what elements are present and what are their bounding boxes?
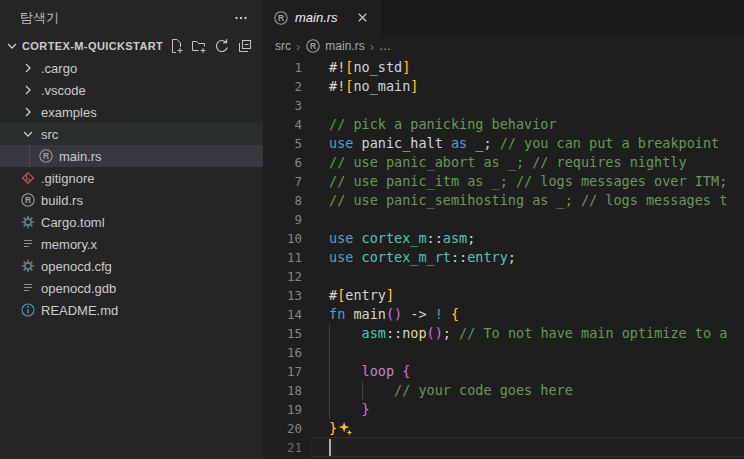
code-line-7[interactable]: 7// use panic_itm as _; // logs messages… — [263, 172, 744, 191]
explorer-root-row[interactable]: CORTEX-M-QUICKSTART — [0, 35, 263, 57]
code-text[interactable]: #[entry] — [302, 286, 394, 305]
code-line-21[interactable]: 21 — [263, 438, 744, 457]
tree-item-label: openocd.gdb — [41, 281, 116, 296]
svg-text:R: R — [278, 13, 284, 23]
code-text[interactable]: // your code goes here — [302, 381, 573, 400]
code-line-9[interactable]: 9 — [263, 210, 744, 229]
tree-item-vscode[interactable]: .vscode — [0, 79, 263, 101]
code-line-12[interactable]: 12 — [263, 267, 744, 286]
code-line-10[interactable]: 10use cortex_m::asm; — [263, 229, 744, 248]
lines-file-icon — [20, 280, 36, 296]
new-file-button[interactable] — [168, 38, 184, 54]
line-number[interactable]: 4 — [263, 115, 302, 134]
tree-item-openocd-cfg[interactable]: openocd.cfg — [0, 255, 263, 277]
code-text[interactable] — [302, 267, 329, 286]
code-text[interactable]: // use panic_abort as _; // requires nig… — [302, 153, 687, 172]
line-number[interactable]: 8 — [263, 191, 302, 210]
tab-bar: Rmain.rs — [263, 0, 744, 35]
code-text[interactable]: loop { — [302, 362, 410, 381]
tree-item-examples[interactable]: examples — [0, 101, 263, 123]
close-tab-button[interactable] — [354, 9, 372, 27]
code-text[interactable]: #![no_main] — [302, 77, 418, 96]
code-line-18[interactable]: 18 // your code goes here — [263, 381, 744, 400]
breadcrumb-item[interactable]: src — [275, 39, 291, 53]
chevron-right-icon — [20, 104, 36, 120]
breadcrumb-item[interactable]: … — [379, 39, 391, 53]
rust-file-icon: R — [305, 38, 321, 54]
breadcrumb-separator-icon: › — [295, 39, 301, 54]
refresh-button[interactable] — [214, 38, 230, 54]
code-line-3[interactable]: 3 — [263, 96, 744, 115]
code-line-14[interactable]: 14fn main() -> ! { — [263, 305, 744, 324]
code-text[interactable]: // use panic_itm as _; // logs messages … — [302, 172, 727, 191]
code-line-13[interactable]: 13#[entry] — [263, 286, 744, 305]
line-number[interactable]: 10 — [263, 229, 302, 248]
line-number[interactable]: 13 — [263, 286, 302, 305]
tree-item-gitignore[interactable]: .gitignore — [0, 167, 263, 189]
new-folder-button[interactable] — [191, 38, 207, 54]
tree-item-cargo[interactable]: .cargo — [0, 57, 263, 79]
code-text[interactable]: // pick a panicking behavior — [302, 115, 557, 134]
tree-item-memory-x[interactable]: memory.x — [0, 233, 263, 255]
code-text[interactable]: fn main() -> ! { — [302, 305, 459, 324]
tree-item-label: README.md — [41, 303, 118, 318]
more-actions-button[interactable] — [233, 10, 249, 26]
code-text[interactable]: #![no_std] — [302, 58, 410, 77]
line-number[interactable]: 19 — [263, 400, 302, 419]
line-number[interactable]: 9 — [263, 210, 302, 229]
code-line-11[interactable]: 11use cortex_m_rt::entry; — [263, 248, 744, 267]
line-number[interactable]: 11 — [263, 248, 302, 267]
explorer-header: 탐색기 — [0, 0, 263, 35]
code-text[interactable] — [302, 210, 329, 229]
gear-file-icon — [20, 258, 36, 274]
line-number[interactable]: 16 — [263, 343, 302, 362]
code-line-8[interactable]: 8// use panic_semihosting as _; // logs … — [263, 191, 744, 210]
code-text[interactable]: // use panic_semihosting as _; // logs m… — [302, 191, 727, 210]
code-line-4[interactable]: 4// pick a panicking behavior — [263, 115, 744, 134]
code-text[interactable] — [302, 438, 329, 457]
tree-item-build-rs[interactable]: Rbuild.rs — [0, 189, 263, 211]
line-number[interactable]: 20 — [263, 419, 302, 438]
line-number[interactable]: 7 — [263, 172, 302, 191]
line-number[interactable]: 3 — [263, 96, 302, 115]
line-number[interactable]: 18 — [263, 381, 302, 400]
rust-file-icon: R — [20, 192, 36, 208]
code-text[interactable]: asm::nop(); // To not have main optimize… — [302, 324, 727, 343]
breadcrumb-item[interactable]: Rmain.rs — [305, 38, 364, 54]
collapse-all-button[interactable] — [237, 38, 253, 54]
line-number[interactable]: 12 — [263, 267, 302, 286]
tree-item-readme-md[interactable]: README.md — [0, 299, 263, 321]
code-editor[interactable]: 1#![no_std]2#![no_main]34// pick a panic… — [263, 57, 744, 459]
tree-item-src[interactable]: src — [0, 123, 263, 145]
tree-item-label: .vscode — [41, 83, 86, 98]
tab-main-rs[interactable]: Rmain.rs — [263, 0, 381, 35]
code-text[interactable] — [302, 96, 329, 115]
code-text[interactable] — [302, 343, 329, 362]
code-text[interactable]: } — [302, 400, 370, 419]
code-line-20[interactable]: 20} — [263, 419, 744, 438]
line-number[interactable]: 1 — [263, 58, 302, 77]
line-number[interactable]: 17 — [263, 362, 302, 381]
code-text[interactable]: use panic_halt as _; // you can put a br… — [302, 134, 727, 153]
tree-item-main-rs[interactable]: Rmain.rs — [0, 145, 263, 167]
line-number[interactable]: 2 — [263, 77, 302, 96]
code-line-19[interactable]: 19 } — [263, 400, 744, 419]
code-text[interactable]: use cortex_m_rt::entry; — [302, 248, 516, 267]
code-line-1[interactable]: 1#![no_std] — [263, 58, 744, 77]
code-text[interactable]: } — [302, 419, 353, 438]
code-line-17[interactable]: 17 loop { — [263, 362, 744, 381]
line-number[interactable]: 15 — [263, 324, 302, 343]
line-number[interactable]: 21 — [263, 438, 302, 457]
tree-item-openocd-gdb[interactable]: openocd.gdb — [0, 277, 263, 299]
line-number[interactable]: 5 — [263, 134, 302, 153]
line-number[interactable]: 14 — [263, 305, 302, 324]
tree-item-cargo-toml[interactable]: Cargo.toml — [0, 211, 263, 233]
line-number[interactable]: 6 — [263, 153, 302, 172]
info-file-icon — [20, 302, 36, 318]
code-line-2[interactable]: 2#![no_main] — [263, 77, 744, 96]
code-line-16[interactable]: 16 — [263, 343, 744, 362]
code-text[interactable]: use cortex_m::asm; — [302, 229, 475, 248]
code-line-5[interactable]: 5use panic_halt as _; // you can put a b… — [263, 134, 744, 153]
code-line-15[interactable]: 15 asm::nop(); // To not have main optim… — [263, 324, 744, 343]
code-line-6[interactable]: 6// use panic_abort as _; // requires ni… — [263, 153, 744, 172]
